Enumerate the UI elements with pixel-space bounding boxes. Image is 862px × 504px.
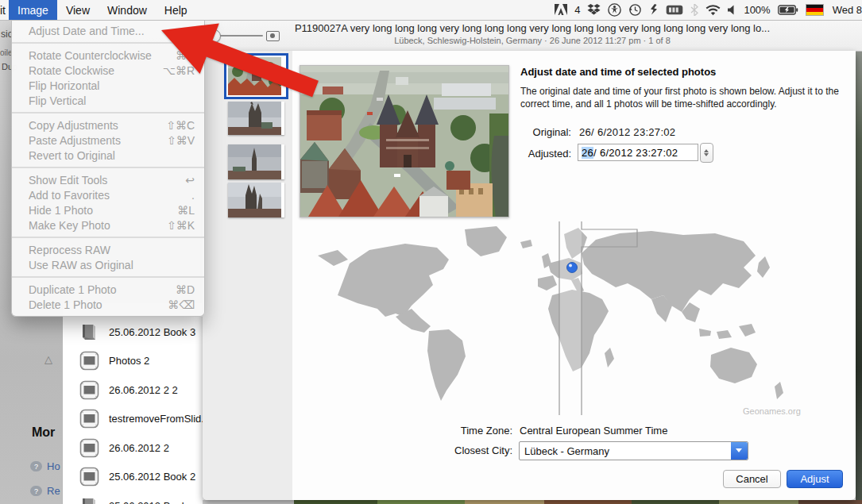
location-marker[interactable] (567, 263, 578, 273)
menubar-item-view[interactable]: View (57, 0, 99, 20)
menubar-item-window[interactable]: Window (99, 0, 156, 20)
menu-item-label: Add to Favorites (29, 189, 191, 202)
menu-item-paste-adjustments[interactable]: Paste Adjustments⇧⌘V (12, 133, 204, 148)
album-list-item-25-06-2012-book-2[interactable]: 25.06.2012 Book 2 (63, 463, 215, 491)
datetime-stepper[interactable] (700, 143, 713, 163)
photo-subtitle: Lübeck, Schleswig-Holstein, Germany · 26… (203, 36, 862, 45)
menu-item-duplicate-1-photo[interactable]: Duplicate 1 Photo⌘D (12, 282, 204, 297)
german-flag-icon[interactable] (806, 4, 824, 16)
menu-item-flip-vertical[interactable]: Flip Vertical (12, 93, 204, 108)
menu-item-hide-1-photo[interactable]: Hide 1 Photo⌘L (12, 202, 204, 217)
menu-item-shortcut: ⇧⌘C (166, 119, 195, 132)
collapse-triangle-icon[interactable]: △ (44, 353, 52, 365)
cancel-button[interactable]: Cancel (723, 470, 781, 488)
menu-item-show-edit-tools[interactable]: Show Edit Tools↩ (12, 172, 204, 187)
menu-item-label: Revert to Original (29, 149, 195, 162)
menu-item-shortcut: ↩ (185, 174, 195, 187)
slideshow-icon (79, 351, 99, 371)
help-link-row[interactable]: ? Re (30, 485, 60, 497)
album-label: 25.06.2012 Book 2 (109, 471, 195, 483)
dropdown-chevron-icon[interactable] (731, 442, 748, 460)
adjusted-datetime-field[interactable]: 26/ 6/2012 23:27:02 (578, 144, 698, 161)
menu-item-add-to-favorites[interactable]: Add to Favorites. (12, 187, 204, 202)
thumbnail-strip (203, 51, 292, 500)
map-credit: Geonames.org (743, 406, 801, 416)
menu-item-label: Adjust Date and Time... (29, 25, 195, 37)
time-machine-icon[interactable] (628, 0, 642, 20)
thumbnail-image (228, 144, 281, 179)
book-icon (79, 322, 99, 342)
album-list-item-26-06-2012-2[interactable]: 26.06.2012 2 (63, 433, 215, 462)
adjust-date-time-sheet: Adjust date and time of selected photos … (203, 51, 856, 500)
battery-icon[interactable] (778, 0, 798, 20)
menubar-clock: Wed 8 (831, 4, 862, 16)
album-list-item-25-06-2012-book[interactable]: 25.06.2012 Book (63, 491, 215, 504)
closest-city-dropdown[interactable]: Lübeck - Germany (519, 441, 748, 460)
background-photo-strip-right (856, 51, 862, 504)
menu-item-shortcut: ⌘R (176, 49, 195, 62)
date-segment-selected[interactable]: 26 (582, 147, 593, 159)
help-bubble-icon: ? (30, 461, 42, 471)
menu-separator (12, 276, 204, 278)
photo-thumbnail[interactable] (228, 144, 284, 179)
menu-item-label: Rotate Counterclockwise (29, 49, 176, 62)
date-segment-rest[interactable]: / 6/2012 23:27:02 (593, 147, 678, 159)
menubar-status-area: 4 100% (555, 0, 862, 20)
menu-item-rotate-clockwise[interactable]: Rotate Clockwise⌥⌘R (12, 63, 204, 78)
photo-thumbnail[interactable] (228, 102, 284, 135)
menu-separator (12, 167, 204, 168)
bolt-icon[interactable] (649, 0, 659, 20)
adobe-badge-count: 4 (574, 4, 580, 16)
menu-item-label: Paste Adjustments (29, 134, 167, 147)
adjusted-label: Adjusted: (517, 148, 571, 160)
menu-item-shortcut: ⌘⌫ (168, 298, 195, 311)
closest-city-value: Lübeck - Germany (520, 445, 731, 457)
world-map-svg (310, 219, 802, 419)
menu-item-shortcut: ⌘L (177, 204, 195, 217)
dropbox-icon[interactable] (587, 0, 601, 20)
menu-item-label: Show Edit Tools (29, 174, 185, 187)
menu-item-delete-1-photo[interactable]: Delete 1 Photo⌘⌫ (12, 297, 204, 312)
menu-item-shortcut: ⌘D (176, 283, 195, 296)
accessibility-icon[interactable] (608, 0, 621, 20)
album-list-item-testremovefromslid[interactable]: testremoveFromSlid... (63, 405, 215, 433)
menu-item-revert-to-original[interactable]: Revert to Original (12, 148, 204, 163)
image-menu: Adjust Date and Time...Rotate Counterclo… (11, 20, 205, 317)
help-link-row[interactable]: ? Ho (30, 460, 60, 472)
menu-item-use-raw-as-original[interactable]: Use RAW as Original (12, 257, 204, 272)
albums-list-panel: 25.06.2012 Book 3Photos 226.06.2012 2 2t… (62, 303, 216, 504)
thumbnail-image (228, 57, 281, 95)
adjust-button[interactable]: Adjust (787, 470, 843, 488)
menubar-menus: it ImageViewWindowHelp (0, 0, 196, 20)
menu-item-label: Flip Vertical (29, 94, 195, 107)
photo-thumbnail-selected[interactable] (226, 56, 286, 97)
album-list-item-25-06-2012-book-3[interactable]: 25.06.2012 Book 3 (63, 317, 215, 346)
menu-item-copy-adjustments[interactable]: Copy Adjustments⇧⌘C (12, 117, 204, 133)
keyboard-battery-icon[interactable] (666, 0, 683, 20)
album-label: testremoveFromSlid... (109, 413, 210, 425)
menu-item-flip-horizontal[interactable]: Flip Horizontal (12, 78, 204, 93)
menu-item-rotate-counterclockwise[interactable]: Rotate Counterclockwise⌘R (12, 48, 204, 63)
menubar-item-edit-cutoff[interactable]: it (0, 0, 9, 20)
volume-icon[interactable] (728, 0, 736, 20)
wifi-icon[interactable] (705, 0, 721, 20)
selected-photo-preview (300, 65, 509, 217)
menu-item-label: Flip Horizontal (29, 79, 195, 92)
menubar-item-help[interactable]: Help (156, 0, 196, 20)
album-list-item-26-06-2012-2-2[interactable]: 26.06.2012 2 2 (63, 375, 215, 404)
original-label: Original: (519, 126, 571, 138)
adobe-icon[interactable] (555, 0, 567, 20)
menu-item-make-key-photo[interactable]: Make Key Photo⇧⌘K (12, 217, 204, 233)
luebeck-aerial-photo (300, 66, 508, 217)
bluetooth-icon[interactable] (690, 0, 698, 20)
menubar-item-image[interactable]: Image (9, 0, 57, 20)
photo-thumbnail[interactable] (228, 183, 284, 217)
book-icon (79, 496, 99, 504)
menu-separator (12, 237, 204, 238)
album-list-item-photos-2[interactable]: Photos 2 (63, 347, 215, 375)
menu-separator (12, 112, 204, 113)
menu-item-reprocess-raw[interactable]: Reprocess RAW (12, 242, 204, 257)
menu-item-adjust-date-and-time[interactable]: Adjust Date and Time... (12, 23, 204, 38)
background-photo-strip-bottom (203, 500, 862, 504)
timezone-world-map[interactable] (310, 219, 802, 419)
